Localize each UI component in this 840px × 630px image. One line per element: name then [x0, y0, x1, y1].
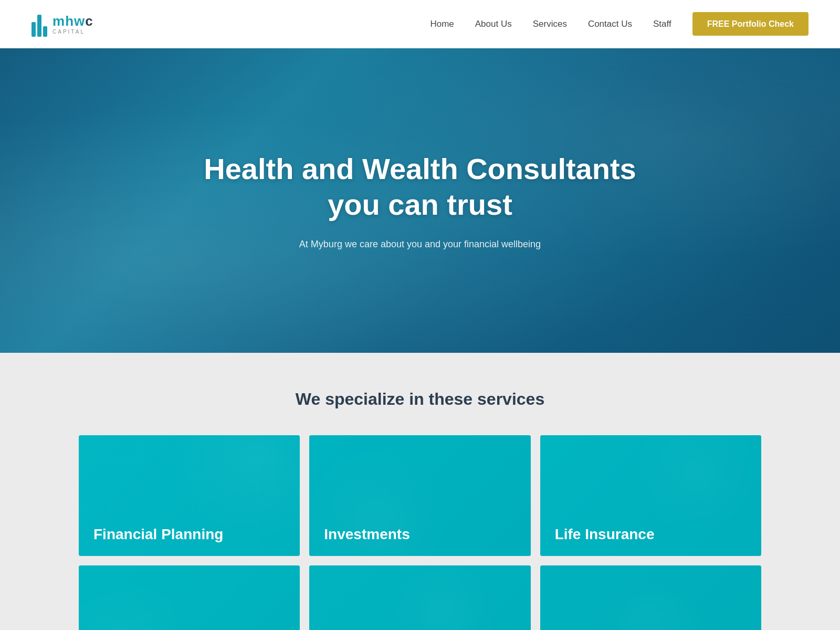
nav-item-cta[interactable]: FREE Portfolio Check — [692, 19, 808, 29]
nav-link-services[interactable]: Services — [533, 19, 567, 29]
services-heading: We specialize in these services — [32, 390, 808, 409]
services-section: We specialize in these services Financia… — [0, 353, 840, 630]
nav-cta-button[interactable]: FREE Portfolio Check — [692, 12, 808, 36]
services-grid: Financial Planning Investments Life Insu… — [79, 435, 761, 630]
logo-text: mhwc CAPITAL — [52, 14, 93, 35]
hero-title-line2: you can trust — [328, 188, 512, 221]
service-card-financial-planning[interactable]: Financial Planning — [79, 435, 300, 556]
nav-links: Home About Us Services Contact Us Staff … — [430, 19, 808, 29]
service-card-gap[interactable]: Gap — [540, 565, 761, 630]
nav-item-about[interactable]: About Us — [475, 19, 512, 29]
service-label-investments: Investments — [324, 526, 410, 543]
logo-bar-1 — [32, 22, 36, 37]
nav-link-home[interactable]: Home — [430, 19, 454, 29]
nav-item-contact[interactable]: Contact Us — [588, 19, 632, 29]
hero-title-line1: Health and Wealth Consultants — [204, 152, 636, 185]
hero-subtitle: At Myburg we care about you and your fin… — [299, 239, 541, 250]
nav-link-staff[interactable]: Staff — [653, 19, 671, 29]
nav-link-contact[interactable]: Contact Us — [588, 19, 632, 29]
service-card-retirement[interactable]: RetirementAnnuities — [79, 565, 300, 630]
navbar: mhwc CAPITAL Home About Us Services Cont… — [0, 0, 840, 48]
logo-sub-text: CAPITAL — [52, 29, 93, 35]
logo-bar-2 — [37, 15, 41, 37]
nav-item-home[interactable]: Home — [430, 19, 454, 29]
logo-bar-3 — [43, 26, 47, 37]
nav-item-staff[interactable]: Staff — [653, 19, 671, 29]
service-card-life-insurance[interactable]: Life Insurance — [540, 435, 761, 556]
service-label-life-insurance: Life Insurance — [555, 526, 655, 543]
logo[interactable]: mhwc CAPITAL — [32, 12, 93, 37]
nav-item-services[interactable]: Services — [533, 19, 567, 29]
hero-title: Health and Wealth Consultants you can tr… — [204, 151, 636, 222]
hero-section: Health and Wealth Consultants you can tr… — [0, 48, 840, 353]
service-label-financial-planning: Financial Planning — [93, 526, 223, 543]
logo-icon — [32, 12, 47, 37]
service-card-personal-short-term[interactable]: PersonalShort Term — [309, 565, 530, 630]
nav-link-about[interactable]: About Us — [475, 19, 512, 29]
service-card-investments[interactable]: Investments — [309, 435, 530, 556]
logo-main-text: mhwc — [52, 14, 93, 29]
